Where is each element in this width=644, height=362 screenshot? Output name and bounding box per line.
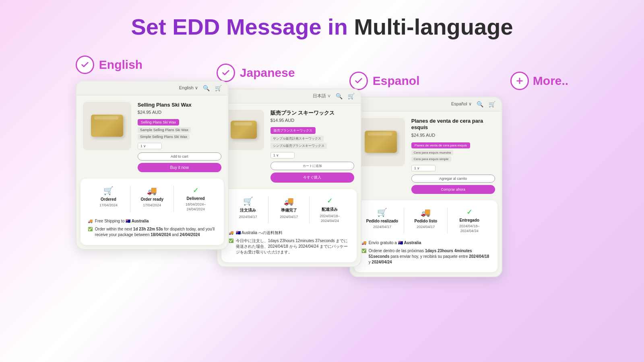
variant-option-ja-1[interactable]: サンプル販売計画スキーワックス [270, 136, 324, 142]
delivered-label-ja: 配達済み [322, 207, 338, 212]
espanol-add-cart[interactable]: Agregar al carrito [411, 175, 495, 183]
shipping-icon-ja: 🚚 [229, 230, 233, 236]
japanese-add-cart[interactable]: カートに追加 [270, 162, 354, 170]
japanese-shipping-row: 🚚 🇦🇺 Australia への送料無料 [229, 230, 349, 236]
espanol-edd-widget: 🛒 Pedido realizado 2024/04/17 🚚 Pedido l… [354, 200, 497, 272]
search-icon-es[interactable]: 🔍 [477, 101, 484, 108]
espanol-locale-select[interactable]: Español ∨ [451, 101, 472, 107]
espanol-product-price: $24.95 AUD [411, 133, 495, 138]
japanese-dispatch-row: ✅ 今日中に注文し、1days 23hours 12minutes 37seco… [229, 238, 349, 255]
variant-option-es-1[interactable]: Cera para esquís muestra [411, 150, 454, 155]
japanese-edd-widget: 🛒 注文済み 2024/04/17 🚚 準備完了 2024/04/17 ✓ 配達… [221, 189, 357, 262]
dispatch-icon-en: ✅ [88, 226, 93, 232]
english-dispatch-row: ✅ Order within the next 1d 23h 22m 53s f… [88, 226, 217, 238]
ready-label-en: Order ready [140, 197, 163, 202]
english-buy-now-btn[interactable]: Buy it now [138, 163, 221, 172]
japanese-lang-name: Japanese [240, 66, 295, 80]
cart-icon[interactable]: 🛒 [215, 84, 222, 92]
divider-2-en [173, 186, 174, 212]
wax-block-en [91, 115, 123, 137]
wax-block-ja [231, 121, 257, 139]
espanol-product-area: Planes de venta de cera para esquís $24.… [350, 111, 502, 201]
delivered-icon-es: ✓ [466, 208, 473, 216]
cart-icon-es[interactable]: 🛒 [489, 101, 496, 108]
japanese-variant-row: サンプル販売計画スキーワックス シンプル販売プランスキーワックス [270, 136, 354, 149]
english-variant-btn[interactable]: Selling Plans Ski Wax [138, 119, 179, 125]
espanol-buy-now[interactable]: Comprar ahora [411, 185, 495, 194]
english-lang-name: English [99, 58, 142, 72]
japanese-locale-select[interactable]: 日本語 ∨ [313, 93, 331, 99]
variant-option-ja-2[interactable]: シンプル販売プランスキーワックス [270, 143, 327, 149]
cart-icon-ja[interactable]: 🛒 [348, 93, 355, 100]
ready-icon-es: 🚚 [421, 208, 431, 217]
search-icon-ja[interactable]: 🔍 [336, 93, 343, 100]
english-browser-bar: English ∨ 🔍 🛒 [76, 81, 228, 95]
espanol-product-name: Planes de venta de cera para esquís [411, 118, 495, 132]
english-product-details: Selling Plans Ski Wax $24.95 AUD Selling… [138, 102, 221, 173]
more-text: More.. [533, 74, 568, 88]
espanol-shipping-row: 🚚 Envío gratuito a 🇦🇺 Australia [361, 240, 490, 246]
divider-2-ja [309, 196, 310, 223]
ready-date-es: 2024/04/17 [417, 225, 435, 230]
delivered-label-en: Delivered [187, 196, 205, 201]
ordered-label-ja: 注文済み [240, 208, 256, 213]
english-edd-info: 🚚 Free Shipping to 🇦🇺 Australia ✅ Order … [88, 218, 217, 238]
col-english: English English ∨ 🔍 🛒 Selling Plans Ski … [76, 56, 229, 250]
english-edd-widget: 🛒 Ordered 17/04/2024 🚚 Order ready 17/04… [80, 179, 224, 245]
delivered-icon-en: ✓ [193, 186, 199, 195]
ready-date-ja: 2024/04/17 [280, 215, 298, 220]
japanese-product-details: 販売プラン スキーワックス $14.95 AUD 販売プランスキーワックス サン… [270, 110, 354, 183]
edd-step-ordered-ja: 🛒 注文済み 2024/04/17 [229, 196, 268, 223]
english-variant-row: Sample Selling Plans Ski Wax Simple Sell… [138, 127, 221, 140]
japanese-product-area: 販売プラン スキーワックス $14.95 AUD 販売プランスキーワックス サン… [217, 103, 361, 189]
page-title: Set EDD Message in Multi-language [131, 14, 513, 39]
ordered-label-en: Ordered [101, 197, 116, 202]
col-espanol: Espanol Español ∨ 🔍 🛒 Planes de venta de… [349, 72, 502, 277]
japanese-qty[interactable]: 1 ∨ [270, 152, 295, 158]
dispatch-icon-ja: ✅ [229, 238, 233, 244]
variant-option-2[interactable]: Simple Selling Plans Ski Wax [138, 134, 190, 140]
espanol-edd-info: 🚚 Envío gratuito a 🇦🇺 Australia ✅ Ordene… [361, 240, 490, 265]
japanese-edd-steps: 🛒 注文済み 2024/04/17 🚚 準備完了 2024/04/17 ✓ 配達… [229, 196, 349, 223]
japanese-product-name: 販売プラン スキーワックス [270, 110, 354, 117]
espanol-card: Español ∨ 🔍 🛒 Planes de venta de cera pa… [349, 97, 502, 277]
japanese-buy-now[interactable]: 今すぐ購入 [270, 173, 354, 183]
edd-step-ready-es: 🚚 Pedido listo 2024/04/17 [405, 208, 446, 233]
espanol-variant-row: Cera para esquís muestra Cera para esquí… [411, 150, 495, 162]
japanese-browser-bar: 日本語 ∨ 🔍 🛒 [217, 89, 361, 103]
variant-option-es-2[interactable]: Cera para esquís simple [411, 156, 451, 162]
ready-icon-ja: 🚚 [284, 196, 294, 206]
delivered-icon-ja: ✓ [327, 196, 333, 205]
col-more: More.. [510, 72, 568, 90]
english-label: English [76, 56, 142, 74]
delivered-label-es: Entregado [459, 218, 479, 222]
english-product-image [83, 102, 131, 150]
ordered-label-es: Pedido realizado [366, 219, 398, 223]
ready-date-en: 17/04/2024 [143, 203, 161, 208]
espanol-edd-steps: 🛒 Pedido realizado 2024/04/17 🚚 Pedido l… [361, 208, 490, 233]
espanol-variant-btn[interactable]: Planes de venta de cera para esquís [411, 142, 470, 148]
english-locale-select[interactable]: English ∨ [179, 85, 198, 90]
more-plus-icon[interactable] [510, 72, 529, 90]
divider-1-es [404, 208, 404, 233]
english-shipping-row: 🚚 Free Shipping to 🇦🇺 Australia [88, 218, 217, 224]
ordered-icon-en: 🛒 [103, 186, 114, 195]
english-product-price: $24.95 AUD [138, 110, 221, 115]
ordered-icon-ja: 🛒 [243, 196, 253, 206]
japanese-product-price: $14.95 AUD [270, 118, 354, 123]
variant-option-1[interactable]: Sample Selling Plans Ski Wax [138, 127, 191, 133]
english-product-area: Selling Plans Ski Wax $24.95 AUD Selling… [76, 95, 228, 179]
english-qty-select[interactable]: 1 ∨ [138, 143, 162, 149]
edd-step-delivered-ja: ✓ 配達済み 2024/04/18–2024/04/24 [310, 196, 349, 223]
search-icon[interactable]: 🔍 [203, 84, 210, 92]
edd-step-ready-ja: 🚚 準備完了 2024/04/17 [269, 196, 308, 223]
espanol-qty[interactable]: 1 ∨ [411, 165, 436, 171]
espanol-product-image [357, 118, 405, 166]
english-add-cart-btn[interactable]: Add to cart [138, 152, 221, 160]
dispatch-icon-es: ✅ [361, 248, 366, 254]
edd-step-delivered-en: ✓ Delivered 18/04/2024–24/04/2024 [175, 186, 216, 212]
ready-icon-en: 🚚 [147, 186, 157, 195]
edd-step-ordered-en: 🛒 Ordered 17/04/2024 [88, 186, 129, 212]
japanese-variant-btn[interactable]: 販売プランスキーワックス [270, 127, 316, 134]
edd-step-ready-en: 🚚 Order ready 17/04/2024 [131, 186, 173, 212]
